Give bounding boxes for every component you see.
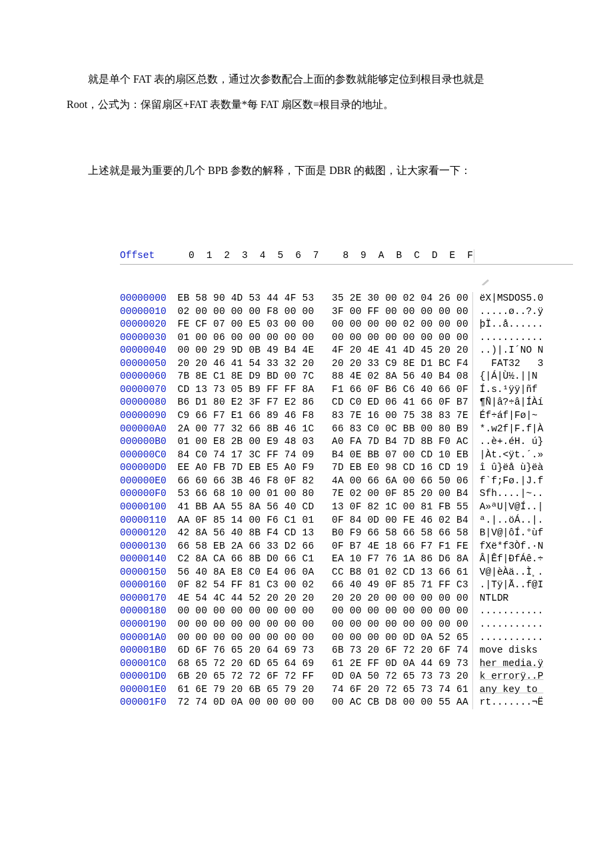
hex-bytes: 00 00 29 9D 0B 49 B4 4E 4F 20 4E 41 4D 4… — [178, 344, 468, 357]
ascii-cell: B|V@|ôÍ.°ùf — [472, 527, 573, 540]
hex-bytes: 00 00 00 00 00 00 00 00 00 00 00 00 0D 0… — [178, 631, 468, 645]
hex-bytes: 61 6E 79 20 6B 65 79 20 74 6F 20 72 65 7… — [178, 683, 468, 697]
ascii-cell: ¶Ñ|â?÷â|ÍÀí — [472, 396, 573, 409]
hex-row: 0000005020 20 46 41 54 33 32 20 20 20 33… — [120, 357, 573, 371]
hex-bytes: 0F 82 54 FF 81 C3 00 02 66 40 49 0F 85 7… — [178, 579, 468, 592]
ascii-cell: Éf÷áf|Fø|~ — [472, 409, 573, 423]
hex-row: 00000090C9 66 F7 E1 66 89 46 F8 83 7E 16… — [120, 409, 573, 423]
hex-bytes: FE CF 07 00 E5 03 00 00 00 00 00 00 02 0… — [178, 318, 468, 331]
offset-cell: 000001E0 — [120, 683, 178, 697]
offset-cell: 000001C0 — [120, 657, 178, 671]
ascii-cell: any key to — [472, 683, 573, 697]
hex-row: 000000A02A 00 77 32 66 8B 46 1C 66 83 C0… — [120, 423, 573, 436]
hex-bytes: 00 00 00 00 00 00 00 00 00 00 00 00 00 0… — [178, 618, 468, 631]
offset-cell: 00000110 — [120, 514, 178, 527]
hex-row: 00000070CD 13 73 05 B9 FF FF 8A F1 66 0F… — [120, 383, 573, 397]
ascii-cell: A»ªU|V@Í..| — [472, 501, 573, 514]
hex-row: 000000E066 60 66 3B 46 F8 0F 82 4A 00 66… — [120, 475, 573, 488]
hex-bytes: 00 00 00 00 00 00 00 00 00 00 00 00 00 0… — [178, 605, 468, 618]
hex-bytes: 66 60 66 3B 46 F8 0F 82 4A 00 66 6A 00 6… — [178, 475, 468, 488]
hex-row: 00000140C2 8A CA 66 8B D0 66 C1 EA 10 F7… — [120, 553, 573, 566]
hex-bytes: 41 BB AA 55 8A 56 40 CD 13 0F 82 1C 00 8… — [178, 501, 468, 514]
hex-row: 00000000EB 58 90 4D 53 44 4F 53 35 2E 30… — [120, 292, 573, 305]
hex-bytes: 56 40 8A E8 C0 E4 06 0A CC B8 01 02 CD 1… — [178, 566, 468, 579]
hex-bytes: 6D 6F 76 65 20 64 69 73 6B 73 20 6F 72 2… — [178, 644, 468, 657]
hex-row: 000001B06D 6F 76 65 20 64 69 73 6B 73 20… — [120, 644, 573, 657]
offset-cell: 000000B0 — [120, 435, 178, 449]
offset-cell: 00000160 — [120, 579, 178, 592]
hex-row: 0000018000 00 00 00 00 00 00 00 00 00 00… — [120, 605, 573, 618]
ascii-cell: ........... — [472, 631, 573, 645]
hex-row: 000000C084 C0 74 17 3C FF 74 09 B4 0E BB… — [120, 449, 573, 462]
hex-bytes: 7B 8E C1 8E D9 BD 00 7C 88 4E 02 8A 56 4… — [178, 370, 468, 383]
ascii-cell: |Àt.<ÿt.´.» — [472, 449, 573, 462]
hex-bytes: EB 58 90 4D 53 44 4F 53 35 2E 30 00 02 0… — [178, 292, 468, 305]
offset-cell: 00000100 — [120, 501, 178, 514]
ascii-cell: Sfh....|~.. — [472, 487, 573, 501]
offset-cell: 00000120 — [120, 527, 178, 540]
offset-cell: 00000010 — [120, 305, 178, 319]
hex-row: 0000015056 40 8A E8 C0 E4 06 0A CC B8 01… — [120, 566, 573, 579]
ascii-cell: move disks — [472, 644, 573, 657]
ascii-cell: k errorÿ..P — [472, 670, 573, 683]
offset-cell: 000001A0 — [120, 631, 178, 645]
hex-row: 0000012042 8A 56 40 8B F4 CD 13 B0 F9 66… — [120, 527, 573, 540]
hex-row: 0000001002 00 00 00 00 F8 00 00 3F 00 FF… — [120, 305, 573, 319]
offset-cell: 00000150 — [120, 566, 178, 579]
hex-row: 000001600F 82 54 FF 81 C3 00 02 66 40 49… — [120, 579, 573, 592]
ascii-cell: *.w2f|F.f|À — [472, 423, 573, 436]
offset-cell: 000001F0 — [120, 696, 178, 709]
hex-row: 00000080B6 D1 80 E2 3F F7 E2 86 CD C0 ED… — [120, 396, 573, 409]
ascii-cell: î û}ëå ù}ëà — [472, 461, 573, 475]
offset-cell: 000000E0 — [120, 475, 178, 488]
paragraph-1: 就是单个 FAT 表的扇区总数，通过次参数配合上面的参数就能够定位到根目录也就是… — [67, 67, 573, 118]
ascii-cell: ª.|..öÁ..|. — [472, 514, 573, 527]
hex-bytes: 20 20 46 41 54 33 32 20 20 20 33 C9 8E D… — [178, 357, 468, 371]
ascii-cell: Â|Êf|ÐfÁê.÷ — [472, 553, 573, 566]
paragraph-2: 上述就是最为重要的几个 BPB 参数的解释，下面是 DBR 的截图，让大家看一下… — [67, 158, 573, 183]
hex-row: 000001D06B 20 65 72 72 6F 72 FF 0D 0A 50… — [120, 670, 573, 683]
offset-cell: 00000140 — [120, 553, 178, 566]
ascii-cell: f`f;Fø.|J.f — [472, 475, 573, 488]
hex-bytes: 66 58 EB 2A 66 33 D2 66 0F B7 4E 18 66 F… — [178, 540, 468, 553]
hex-bytes: 84 C0 74 17 3C FF 74 09 B4 0E BB 07 00 C… — [178, 449, 468, 462]
hex-row: 000000D0EE A0 FB 7D EB E5 A0 F9 7D EB E0… — [120, 461, 573, 475]
hex-row: 00000110AA 0F 85 14 00 F6 C1 01 0F 84 0D… — [120, 514, 573, 527]
hex-bytes: 02 00 00 00 00 F8 00 00 3F 00 FF 00 00 0… — [178, 305, 468, 319]
ascii-cell: Í.s.¹ÿÿ|ñf — [472, 383, 573, 397]
hex-header-row: Offset 0 1 2 3 4 5 6 7 8 9 A B C D E F — [120, 249, 573, 265]
hex-bytes: CD 13 73 05 B9 FF FF 8A F1 66 0F B6 C6 4… — [178, 383, 468, 397]
hex-row: 0000013066 58 EB 2A 66 33 D2 66 0F B7 4E… — [120, 540, 573, 553]
offset-cell: 00000080 — [120, 396, 178, 409]
offset-cell: 00000130 — [120, 540, 178, 553]
offset-cell: 000001B0 — [120, 644, 178, 657]
paragraph-1a: 就是单个 FAT 表的扇区总数，通过次参数配合上面的参数就能够定位到根目录也就是 — [67, 67, 573, 92]
hex-bytes: 01 00 E8 2B 00 E9 48 03 A0 FA 7D B4 7D 8… — [178, 435, 468, 449]
hex-row: 0000019000 00 00 00 00 00 00 00 00 00 00… — [120, 618, 573, 631]
ascii-cell: her media.ÿ — [472, 657, 573, 671]
offset-cell: 000000D0 — [120, 461, 178, 475]
ascii-cell: þÏ..å...... — [472, 318, 573, 331]
ascii-cell: .|Tÿ|Ã..f@I — [472, 579, 573, 592]
offset-cell: 00000180 — [120, 605, 178, 618]
hex-row: 000000B001 00 E8 2B 00 E9 48 03 A0 FA 7D… — [120, 435, 573, 449]
ascii-cell: ........... — [472, 331, 573, 345]
ascii-cell: {|Á|Ù½.||N — [472, 370, 573, 383]
hex-bytes: C2 8A CA 66 8B D0 66 C1 EA 10 F7 76 1A 8… — [178, 553, 468, 566]
hex-bytes: C9 66 F7 E1 66 89 46 F8 83 7E 16 00 75 3… — [178, 409, 468, 423]
hex-bytes: 72 74 0D 0A 00 00 00 00 00 AC CB D8 00 0… — [178, 696, 468, 709]
pencil-icon — [481, 253, 490, 259]
ascii-cell: FAT32 3 — [472, 357, 573, 371]
hex-row: 00000020FE CF 07 00 E5 03 00 00 00 00 00… — [120, 318, 573, 331]
hex-bytes: 4E 54 4C 44 52 20 20 20 20 20 20 00 00 0… — [178, 592, 468, 605]
hex-bytes: 68 65 72 20 6D 65 64 69 61 2E FF 0D 0A 4… — [178, 657, 468, 671]
paragraph-1b: Root，公式为：保留扇区+FAT 表数量*每 FAT 扇区数=根目录的地址。 — [67, 92, 573, 117]
hex-bytes: 42 8A 56 40 8B F4 CD 13 B0 F9 66 58 66 5… — [178, 527, 468, 540]
offset-cell: 00000070 — [120, 383, 178, 397]
hex-dump: Offset 0 1 2 3 4 5 6 7 8 9 A B C D E F 0… — [120, 223, 573, 735]
hex-row: 000001C068 65 72 20 6D 65 64 69 61 2E FF… — [120, 657, 573, 671]
hex-bytes: 01 00 06 00 00 00 00 00 00 00 00 00 00 0… — [178, 331, 468, 345]
offset-cell: 00000190 — [120, 618, 178, 631]
ascii-cell: ........... — [472, 618, 573, 631]
hex-row: 0000010041 BB AA 55 8A 56 40 CD 13 0F 82… — [120, 501, 573, 514]
